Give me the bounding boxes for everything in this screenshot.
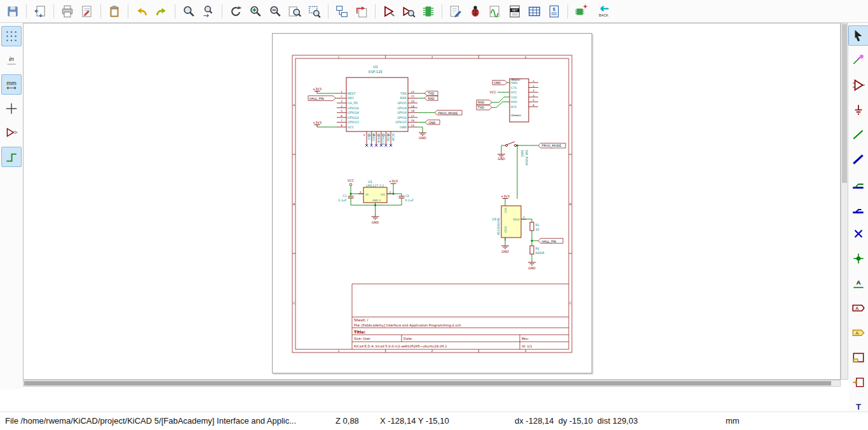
schematic-text[interactable]: 1K — [536, 228, 540, 231]
hall-reference[interactable]: U3 — [492, 217, 496, 221]
redraw-view-button[interactable] — [227, 3, 245, 20]
switch-reference[interactable]: SW1 — [520, 150, 524, 157]
power-label[interactable]: GND — [372, 220, 379, 224]
print-button[interactable] — [58, 3, 76, 20]
hv-wire-mode-button[interactable] — [1, 147, 22, 167]
schematic-text[interactable]: ADC — [348, 97, 355, 100]
place-symbol-button[interactable] — [848, 75, 868, 95]
leave-sheet-button[interactable] — [353, 3, 370, 20]
schematic-text[interactable]: GND — [504, 226, 507, 233]
capacitor-c1[interactable] — [348, 196, 354, 198]
schematic-text[interactable]: 20 — [411, 100, 415, 103]
place-wire-to-bus-entry-button[interactable] — [848, 174, 868, 194]
switch-value[interactable]: SW_PUSH — [524, 150, 529, 165]
regulator-value[interactable]: LM1117-3.3 — [366, 184, 384, 187]
schematic-text[interactable]: GND — [400, 126, 407, 129]
annotate-button[interactable] — [447, 3, 465, 20]
schematic-text[interactable]: TXD — [510, 96, 517, 99]
power-label[interactable]: +3V3 — [389, 179, 398, 183]
vertical-scrollbar-thumb[interactable] — [842, 24, 847, 183]
resistor-r2[interactable] — [530, 246, 534, 254]
push-button-symbol[interactable] — [505, 142, 516, 147]
schematic-text[interactable]: 1 — [341, 90, 342, 93]
schematic-text[interactable]: 15 — [411, 124, 415, 127]
esp-value[interactable]: ESP-12E — [369, 70, 383, 74]
place-net-label-button[interactable]: A — [848, 273, 868, 293]
hall-value[interactable]: A1104LUHL — [497, 217, 500, 235]
global-label[interactable]: GND — [429, 121, 436, 124]
resistor-r1[interactable] — [530, 222, 534, 231]
schematic-text[interactable]: 4 — [532, 94, 534, 97]
grid-toggle-button[interactable] — [1, 26, 22, 46]
power-label[interactable]: GND — [419, 136, 426, 140]
units-inch-button[interactable]: in — [1, 50, 22, 71]
schematic-text[interactable]: 6 — [341, 114, 342, 118]
place-global-label-button[interactable]: A — [848, 298, 868, 318]
schematic-text[interactable]: RXD — [400, 97, 407, 100]
global-label[interactable]: HALL_PIN — [542, 240, 557, 244]
redo-button[interactable] — [153, 3, 170, 20]
schematic-text[interactable]: 21 — [411, 95, 415, 98]
schematic-text[interactable]: SCLK — [391, 133, 395, 142]
schematic-text[interactable]: 1 — [379, 199, 381, 202]
schematic-text[interactable]: (Green) — [511, 114, 521, 117]
global-label[interactable]: TXD — [477, 106, 484, 109]
place-no-connect-button[interactable] — [848, 224, 868, 244]
schematic-text[interactable]: 2 — [532, 84, 534, 88]
schematic-text[interactable]: 6 — [532, 104, 534, 107]
power-label[interactable]: +3V3 — [501, 194, 510, 198]
navigate-hierarchy-button[interactable] — [333, 3, 351, 20]
schematic-text[interactable]: 2 — [390, 191, 391, 194]
schematic-text[interactable]: R1 — [536, 224, 539, 227]
power-label[interactable]: VCC — [490, 90, 497, 94]
schematic-text[interactable]: 5 — [532, 98, 534, 102]
schematic-text[interactable]: ADDR — [536, 252, 545, 255]
schematic-text[interactable]: GND — [372, 199, 378, 202]
cursor-shape-button[interactable] — [1, 98, 22, 119]
zoom-in-button[interactable] — [247, 3, 264, 20]
schematic-text[interactable]: 3 — [341, 100, 342, 103]
paste-button[interactable] — [105, 3, 123, 20]
place-wire-button[interactable] — [848, 124, 868, 145]
schematic-text[interactable]: 5 — [341, 109, 342, 112]
find-replace-button[interactable] — [200, 3, 217, 20]
schematic-text[interactable]: GPIO2 — [397, 116, 407, 119]
capacitor-c2[interactable] — [399, 196, 405, 198]
schematic-text[interactable]: GPIO0 — [397, 111, 407, 114]
schematic-text[interactable]: GPIO5 — [397, 102, 407, 105]
schematic-text[interactable]: 4 — [341, 105, 342, 108]
schematic-text[interactable]: GPIO16 — [348, 107, 359, 110]
assign-footprints-button[interactable] — [573, 3, 590, 20]
esp-reference[interactable]: U2 — [373, 65, 378, 69]
global-label[interactable]: TXD — [428, 92, 435, 95]
find-button[interactable] — [180, 3, 198, 20]
schematic-text[interactable]: VCC — [504, 208, 507, 213]
schematic-text[interactable]: GPIO4 — [397, 107, 407, 110]
global-label[interactable]: HALL_PIN — [309, 97, 324, 101]
power-label[interactable]: GND — [498, 157, 505, 161]
schematic-text[interactable]: 3 — [532, 89, 534, 92]
schematic-text[interactable]: 14 — [387, 133, 390, 137]
global-label[interactable]: GND — [494, 81, 501, 84]
footprint-editor-button[interactable] — [419, 3, 437, 20]
schematic-sheet[interactable]: 123123ABCABCSheet: /File: [FabAcademy] I… — [272, 33, 592, 373]
schematic-text[interactable]: 8 — [341, 124, 342, 127]
schematic-text[interactable]: GPIO13 — [348, 121, 359, 124]
regulator-reference[interactable]: U1 — [368, 180, 372, 184]
symbol-editor-button[interactable] — [380, 3, 398, 20]
schematic-text[interactable]: 17 — [411, 114, 415, 118]
schematic-text[interactable]: 2 — [341, 95, 342, 98]
schematic-text[interactable]: REST — [348, 92, 355, 95]
schematic-text[interactable]: TXD — [400, 92, 407, 95]
zoom-to-selection-button[interactable] — [306, 3, 323, 20]
schematic-text[interactable]: GPIO12 — [348, 116, 359, 119]
schematic-text[interactable]: VO — [381, 193, 385, 196]
schematic-text[interactable]: C2 — [405, 194, 409, 198]
cursor-tool-button[interactable] — [848, 25, 868, 46]
schematic-text[interactable]: R2 — [536, 247, 539, 250]
symbol-fields-table-button[interactable] — [526, 3, 543, 20]
erc-button[interactable] — [466, 3, 484, 20]
schematic-canvas[interactable]: 123123ABCABCSheet: /File: [FabAcademy] I… — [23, 23, 841, 380]
highlight-net-button[interactable] — [848, 50, 868, 71]
place-power-port-button[interactable] — [848, 100, 868, 120]
